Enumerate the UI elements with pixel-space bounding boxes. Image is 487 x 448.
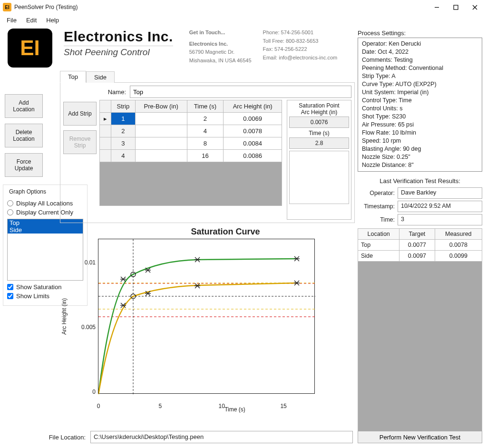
tab-side[interactable]: Side — [86, 71, 115, 83]
table-row: 4160.0086 — [100, 150, 282, 162]
location-item-side[interactable]: Side — [8, 226, 83, 234]
app-icon: EI — [3, 3, 11, 11]
table-row: 380.0084 — [100, 137, 282, 150]
menu-edit[interactable]: Edit — [26, 17, 37, 24]
table-row: Top0.00770.0078 — [358, 240, 482, 251]
verification-title: Last Verification Test Results: — [358, 177, 482, 185]
contact-phone: Phone: 574-256-5001 Toll Free: 800-832-5… — [263, 29, 338, 62]
table-row: ▸120.0069 — [100, 113, 282, 125]
saturation-arc-value: 0.0076 — [289, 117, 349, 128]
perform-verification-button[interactable]: Perform New Verification Test — [358, 431, 482, 443]
saturation-time-value: 2.8 — [289, 137, 349, 149]
saturation-chart: Saturation Curve Arc Height (in) 0 0.005… — [96, 227, 355, 413]
window-title: PeenSolver Pro (Testing) — [14, 4, 427, 10]
add-location-button[interactable]: Add Location — [5, 94, 43, 118]
contact-address: Get in Touch... Electronics Inc. 56790 M… — [189, 29, 252, 65]
location-tabs: Top Side — [60, 70, 355, 82]
menu-help[interactable]: Help — [46, 17, 59, 24]
verif-operator: Dave Barkley — [398, 187, 482, 199]
title-bar: EI PeenSolver Pro (Testing) — [0, 0, 487, 14]
brand-text: Electronics Inc. Shot Peening Control — [64, 29, 173, 58]
saturation-point-panel: Saturation Point Arc Height (in) 0.0076 … — [287, 100, 351, 220]
svg-rect-1 — [454, 5, 458, 10]
file-location-path: C:\Users\kderucki\Desktop\Testing.peen — [90, 431, 353, 443]
name-input[interactable] — [130, 86, 351, 98]
show-limits-checkbox[interactable] — [7, 293, 13, 299]
location-list[interactable]: Top Side — [7, 219, 83, 281]
verif-time: 3 — [398, 214, 482, 225]
add-strip-button[interactable]: Add Strip — [63, 102, 97, 126]
verification-results-table: LocationTargetMeasured Top0.00770.0078 S… — [358, 228, 482, 262]
logo-icon: EI — [8, 29, 52, 68]
file-location-label: File Location: — [5, 434, 86, 441]
strip-data-grid[interactable]: Strip Pre-Bow (in) Time (s) Arc Height (… — [99, 100, 282, 220]
process-settings-title: Process Settings: — [358, 29, 482, 37]
display-all-radio[interactable] — [7, 200, 13, 206]
show-saturation-checkbox[interactable] — [7, 284, 13, 290]
delete-location-button[interactable]: Delete Location — [5, 124, 43, 147]
table-row: Side0.00970.0099 — [358, 251, 482, 262]
verif-timestamp: 10/4/2022 9:52 AM — [398, 201, 482, 212]
close-button[interactable] — [465, 0, 484, 14]
tab-top[interactable]: Top — [60, 71, 86, 83]
table-row: 240.0078 — [100, 125, 282, 137]
remove-strip-button[interactable]: Remove Strip — [63, 130, 97, 154]
process-settings-box: Operator: Ken DeruckiDate: Oct 4, 2022Co… — [358, 38, 482, 172]
name-label: Name: — [99, 88, 126, 96]
minimize-button[interactable] — [427, 0, 446, 14]
force-update-button[interactable]: Force Update — [5, 153, 43, 177]
display-current-radio[interactable] — [7, 209, 13, 215]
maximize-button[interactable] — [446, 0, 465, 14]
menu-file[interactable]: File — [7, 17, 17, 24]
menu-bar: File Edit Help — [0, 14, 487, 26]
